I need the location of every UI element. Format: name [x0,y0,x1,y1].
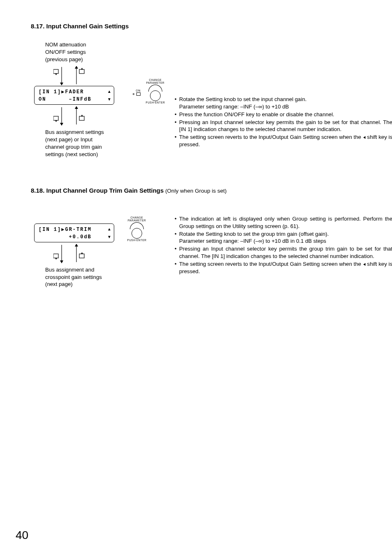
bullet-item: Pressing an Input channel selector key p… [175,245,392,260]
knob-label-change: CHANGE [141,78,170,81]
svg-marker-1 [55,74,57,75]
bullet-list: The indication at left is displayed only… [158,215,392,276]
note-line: (next page) or Input [45,136,92,143]
svg-marker-21 [75,244,78,246]
left-triangle-icon: ◀ [363,135,365,140]
bullet-item: The setting screen reverts to the Input/… [175,260,392,275]
on-led-button: ON [122,89,141,95]
flow-arrows-down [53,244,111,264]
note-line: Bus assignment and [45,267,95,273]
svg-rect-16 [53,254,58,258]
svg-marker-15 [81,115,83,116]
bullet-text: Parameter setting range: –INF (–∞) to +1… [179,104,289,110]
triangle-down-icon: ▼ [107,234,111,240]
svg-marker-5 [75,66,78,69]
bullet-list: Rotate the Setting knob to set the input… [158,96,392,149]
lcd-line2: +0.0dB [39,233,111,241]
svg-marker-19 [60,260,63,263]
note-line: (next page) [45,281,73,287]
knob-illustration: CHANGE PARAMETER PUSH·ENTER [122,216,151,242]
page-number: 40 [16,529,28,542]
note-line: settings (next section) [45,151,98,157]
on-label: ON [136,89,141,92]
bullet-text: The setting screen reverts to the Input/… [179,134,363,140]
note-line: crosspoint gain settings [45,274,102,280]
svg-marker-23 [81,252,83,254]
section-818: 8.18. Input Channel Group Trim Gain Sett… [31,187,361,288]
note-line: ON/OFF settings [45,49,86,55]
triangle-up-icon: ▲ [107,226,111,232]
previous-page-note: NOM attenuation ON/OFF settings (previou… [45,41,361,63]
knob-label-pushenter: PUSH·ENTER [122,239,151,242]
svg-rect-0 [53,69,58,74]
svg-rect-6 [79,69,84,74]
flow-arrows-up [53,66,111,86]
bullet-text: The setting screen reverts to the Input/… [179,261,363,267]
lcd-line1: [IN 1]▶GR-TRIM [39,226,111,233]
svg-rect-22 [79,254,84,258]
title-sub: (Only when Group is set) [164,188,226,194]
knob-circle-icon [131,228,142,239]
bullet-item: Rotate the Setting knob to set the input… [175,96,392,111]
section-817: 8.17. Input Channel Gain Settings NOM at… [31,23,361,158]
svg-marker-9 [55,120,57,122]
bullet-item: The setting screen reverts to the Input/… [175,134,392,148]
note-line: (previous page) [45,56,83,62]
bullet-item: Pressing an Input channel selector key p… [175,119,392,134]
bullet-item: The indication at left is displayed only… [175,215,392,230]
note-line: NOM attenuation [45,41,86,48]
bullet-item: Rotate the Setting knob to set the group… [175,230,392,245]
svg-rect-8 [53,116,58,120]
section-title: 8.18. Input Channel Group Trim Gain Sett… [31,187,361,194]
lcd-display: [IN 1]▶GR-TRIM +0.0dB ▲ ▼ [34,223,114,242]
lcd-line2: ON –INFdB [39,96,111,103]
svg-marker-13 [75,106,78,109]
svg-marker-11 [60,123,63,126]
bullet-text: Rotate the Setting knob to set the input… [179,96,307,102]
button-box-icon [136,92,141,96]
flow-arrows-down [53,106,111,126]
knob-label-change: CHANGE [122,216,151,219]
triangle-down-icon: ▼ [107,96,111,102]
led-icon [133,93,134,95]
note-line: Bus assignment settings [45,129,104,135]
lcd-line1: [IN 1]▶FADER [39,88,111,96]
svg-rect-14 [79,116,84,120]
lcd-display: [IN 1]▶FADER ON –INFdB ▲ ▼ [34,86,114,105]
bullet-item: Press the function ON/OFF key to enable … [175,111,392,118]
left-triangle-icon: ◀ [363,262,365,267]
bullet-text: Rotate the Setting knob to set the group… [179,231,329,237]
title-main: 8.18. Input Channel Group Trim Gain Sett… [31,187,164,194]
svg-marker-17 [55,258,57,260]
knob-label-parameter: PARAMETER [141,81,170,84]
svg-marker-3 [60,83,63,85]
bullet-text: Parameter setting range: –INF (–∞) to +1… [179,238,326,244]
triangle-up-icon: ▲ [107,88,111,94]
svg-marker-7 [81,68,83,69]
note-line: channel group trim gain [45,144,102,150]
section-title: 8.17. Input Channel Gain Settings [31,23,361,30]
knob-label-parameter: PARAMETER [122,219,151,222]
